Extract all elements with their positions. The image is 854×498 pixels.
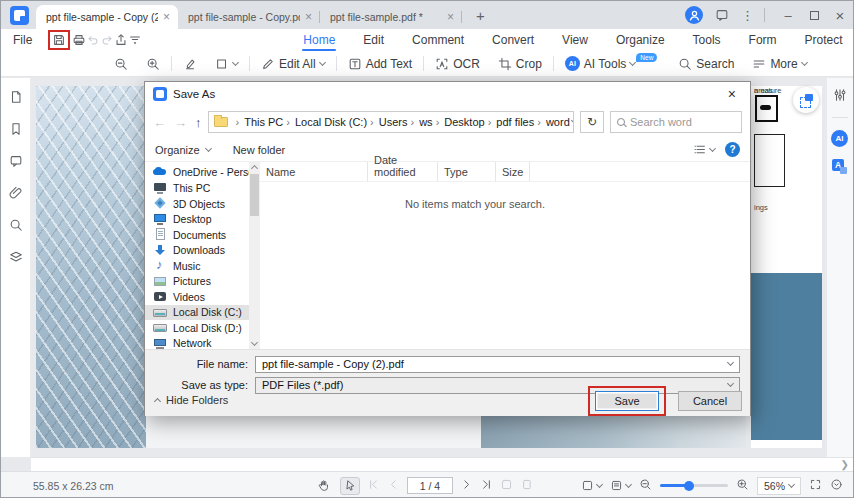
print-button[interactable] (72, 30, 86, 50)
folder-tree-item[interactable]: Local Disk (C:) (145, 305, 249, 321)
organize-button[interactable]: Organize (155, 144, 211, 156)
rotate-right-button[interactable] (520, 478, 533, 493)
highlight-tool[interactable] (174, 51, 206, 76)
breadcrumb-bar[interactable]: › This PC › Local Disk (C:) › Users › ws (208, 111, 575, 133)
add-text-button[interactable]: Add Text (339, 51, 421, 76)
file-menu[interactable]: File (1, 33, 42, 47)
horizontal-scrollbar[interactable]: ❯ (31, 457, 854, 471)
zoom-level-select[interactable]: 56% (757, 477, 801, 495)
maximize-button[interactable] (801, 1, 827, 29)
last-page-button[interactable] (480, 478, 493, 493)
chevron-down-icon[interactable] (727, 359, 734, 366)
zoom-in-button[interactable] (137, 51, 169, 76)
document-tab[interactable]: ppt file-sample - Copy.pdf * × (178, 5, 320, 29)
customize-toolbar-icon[interactable] (128, 30, 142, 50)
zoom-slider[interactable] (660, 484, 728, 487)
breadcrumb-segment[interactable]: › Local Disk (C:) (283, 116, 367, 128)
folder-tree-item[interactable]: Network (145, 336, 249, 350)
edit-all-button[interactable]: Edit All (252, 51, 334, 76)
share-button[interactable] (114, 30, 128, 50)
new-tab-button[interactable]: + (472, 7, 489, 24)
folder-tree-item[interactable]: Music (145, 258, 249, 274)
menu-item[interactable]: Comment (411, 30, 465, 50)
folder-tree-item[interactable]: Local Disk (D:) (145, 320, 249, 336)
column-header[interactable]: Date modified (368, 162, 438, 181)
bookmarks-panel-icon[interactable] (9, 122, 23, 139)
zoom-out-button[interactable] (105, 51, 137, 76)
layers-panel-icon[interactable] (9, 250, 23, 267)
properties-panel-icon[interactable] (833, 88, 847, 105)
rotate-left-button[interactable] (500, 478, 513, 493)
scroll-up-icon[interactable] (250, 165, 257, 172)
folder-tree-item[interactable]: 3D Objects (145, 196, 249, 212)
previous-page-button[interactable] (387, 478, 400, 493)
attachments-panel-icon[interactable] (9, 186, 23, 203)
breadcrumb-segment[interactable]: › This PC (233, 116, 284, 128)
fullscreen-button[interactable] (809, 478, 822, 493)
hand-tool-button[interactable] (313, 477, 333, 495)
next-page-button[interactable] (460, 478, 473, 493)
column-header[interactable]: Name (260, 162, 368, 181)
breadcrumb-segment[interactable]: › ws (408, 116, 433, 128)
forward-button[interactable]: → (174, 115, 187, 130)
tab-close-icon[interactable]: × (305, 10, 312, 24)
menu-item[interactable]: View (561, 30, 589, 50)
user-avatar[interactable] (685, 6, 703, 24)
dialog-search-field[interactable]: Search word (610, 111, 742, 133)
cancel-button[interactable]: Cancel (678, 391, 742, 411)
search-panel-icon[interactable] (9, 218, 23, 235)
folder-tree-item[interactable]: This PC (145, 181, 249, 197)
hide-folders-button[interactable]: Hide Folders (155, 394, 228, 406)
address-dropdown-icon[interactable] (571, 117, 574, 124)
help-button[interactable]: ? (725, 142, 740, 157)
page-number-input[interactable]: 1 / 4 (407, 477, 453, 494)
menu-item[interactable]: Convert (491, 30, 535, 50)
save-button[interactable]: Save (595, 391, 659, 411)
menu-item[interactable]: Tools (692, 30, 722, 50)
dialog-close-button[interactable]: × (722, 86, 742, 102)
ocr-button[interactable]: OCR (426, 51, 489, 76)
feedback-icon[interactable] (715, 8, 729, 22)
crop-button[interactable]: Crop (489, 51, 551, 76)
ai-assistant-icon[interactable]: AI (831, 130, 848, 147)
scroll-down-icon[interactable] (250, 339, 257, 346)
breadcrumb-segment[interactable]: › word (534, 116, 570, 128)
document-tab[interactable]: ppt file-sample.pdf * × (320, 5, 462, 29)
folder-tree-item[interactable]: Pictures (145, 274, 249, 290)
new-folder-button[interactable]: New folder (233, 144, 286, 156)
page-layout-button[interactable] (581, 479, 602, 492)
overflow-menu-icon[interactable]: ⋮ (741, 8, 754, 23)
zoom-in-button[interactable] (736, 478, 749, 493)
shape-tool[interactable] (206, 51, 247, 76)
minimize-button[interactable]: – (775, 1, 801, 29)
search-button[interactable]: Search (669, 51, 743, 76)
up-button[interactable]: ↑ (195, 115, 202, 130)
folder-tree-item[interactable]: Documents (145, 227, 249, 243)
save-button[interactable] (50, 30, 68, 50)
collapse-statusbar-button[interactable] (830, 478, 843, 493)
translate-icon[interactable] (832, 159, 847, 174)
folder-tree-item[interactable]: Desktop (145, 212, 249, 228)
close-button[interactable]: × (827, 1, 853, 29)
menu-item[interactable]: Form (748, 30, 778, 50)
tab-close-icon[interactable]: × (163, 10, 170, 24)
thumbnails-panel-icon[interactable] (9, 90, 23, 107)
breadcrumb-segment[interactable]: › Users (367, 116, 407, 128)
breadcrumb-segment[interactable]: › Desktop (433, 116, 485, 128)
tree-scrollbar[interactable] (249, 162, 260, 349)
scrollbar-thumb[interactable] (250, 174, 259, 216)
dialog-title-bar[interactable]: Save As × (145, 82, 750, 106)
screenshot-widget-button[interactable] (793, 87, 819, 113)
reading-mode-button[interactable] (610, 479, 631, 492)
zoom-out-button[interactable] (639, 478, 652, 493)
menu-item[interactable]: Protect (804, 30, 844, 50)
more-button[interactable]: More (743, 51, 815, 76)
column-header[interactable]: Type (438, 162, 496, 181)
document-tab[interactable]: ppt file-sample - Copy (2).pdf * × (36, 5, 178, 29)
first-page-button[interactable] (367, 478, 380, 493)
menu-item[interactable]: Organize (615, 30, 666, 50)
comments-panel-icon[interactable] (9, 154, 23, 171)
file-name-input[interactable]: ppt file-sample - Copy (2).pdf (255, 356, 740, 373)
zoom-slider-handle[interactable] (684, 481, 694, 491)
folder-tree-item[interactable]: Downloads (145, 243, 249, 259)
